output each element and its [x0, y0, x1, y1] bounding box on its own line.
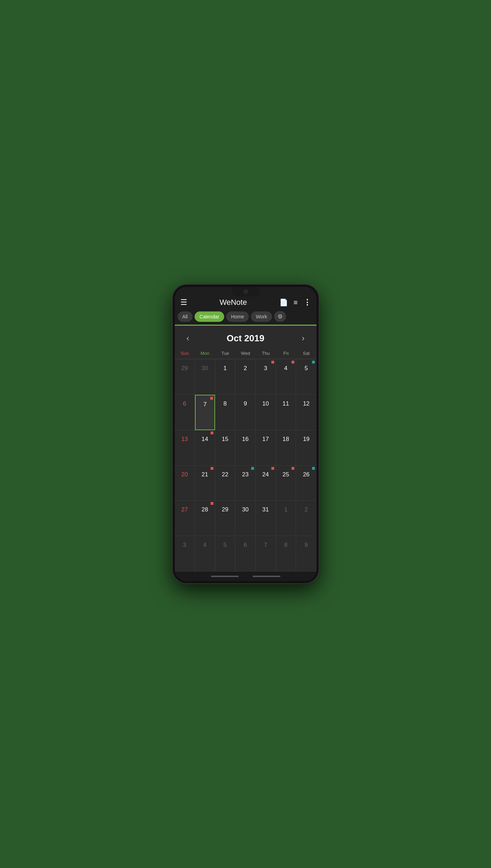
red-dot: [211, 432, 213, 434]
bottom-pill-left: [211, 576, 239, 577]
cell-number: 3: [183, 542, 186, 549]
calendar-cell-2-3[interactable]: 2: [235, 359, 255, 395]
cell-number: 20: [181, 471, 188, 478]
calendar-cell-7-8[interactable]: 7: [195, 395, 215, 430]
top-actions: 📄 ≡ ⋮: [279, 298, 311, 307]
calendar-cell-1-33[interactable]: 1: [276, 501, 296, 536]
cell-dot-row: [271, 467, 274, 470]
calendar-cell-30-1[interactable]: 30: [195, 359, 215, 395]
calendar-cell-29-0[interactable]: 29: [175, 359, 195, 395]
cell-number: 29: [181, 365, 188, 372]
calendar-cell-16-17[interactable]: 16: [235, 430, 255, 466]
calendar-cell-13-14[interactable]: 13: [175, 430, 195, 466]
calendar-cell-24-25[interactable]: 24: [256, 466, 276, 501]
tab-home[interactable]: Home: [226, 311, 249, 322]
calendar-cell-30-31[interactable]: 30: [235, 501, 255, 536]
cell-number: 26: [303, 471, 310, 478]
calendar-cell-7-39[interactable]: 7: [256, 536, 276, 571]
calendar-cell-12-13[interactable]: 12: [296, 395, 316, 430]
cell-dot-row: [211, 467, 213, 470]
next-month-button[interactable]: ›: [298, 332, 308, 344]
cell-number: 29: [222, 506, 228, 513]
phone-screen: ☰ WeNote 📄 ≡ ⋮ All Calendar Home Work ⚙ …: [175, 287, 317, 581]
cell-dot-row: [292, 361, 294, 364]
calendar-cell-5-6[interactable]: 5: [296, 359, 316, 395]
red-dot: [292, 361, 294, 364]
cell-number: 11: [283, 400, 289, 407]
calendar-cell-19-20[interactable]: 19: [296, 430, 316, 466]
cell-number: 30: [202, 365, 208, 372]
day-headers: Sun Mon Tue Wed Thu Fri Sat: [175, 348, 317, 359]
day-header-wed: Wed: [235, 349, 255, 357]
cell-number: 25: [283, 471, 289, 478]
cell-number: 6: [244, 542, 247, 549]
cell-number: 22: [222, 471, 228, 478]
calendar-cell-14-15[interactable]: 14: [195, 430, 215, 466]
calendar-cell-29-30[interactable]: 29: [215, 501, 235, 536]
tab-work[interactable]: Work: [251, 311, 272, 322]
tab-all[interactable]: All: [178, 311, 193, 322]
add-note-button[interactable]: 📄: [279, 298, 288, 307]
calendar-cell-10-11[interactable]: 10: [256, 395, 276, 430]
red-dot: [271, 467, 274, 470]
calendar-cell-3-35[interactable]: 3: [175, 536, 195, 571]
cell-number: 28: [202, 506, 208, 513]
day-header-sun: Sun: [175, 349, 195, 357]
calendar-cell-23-24[interactable]: 23: [235, 466, 255, 501]
calendar-cell-4-5[interactable]: 4: [276, 359, 296, 395]
calendar-cell-26-27[interactable]: 26: [296, 466, 316, 501]
prev-month-button[interactable]: ‹: [183, 332, 193, 344]
cell-number: 24: [262, 471, 269, 478]
calendar-cell-21-22[interactable]: 21: [195, 466, 215, 501]
calendar-cell-28-29[interactable]: 28: [195, 501, 215, 536]
calendar-cell-25-26[interactable]: 25: [276, 466, 296, 501]
cell-number: 6: [183, 400, 186, 407]
cell-number: 7: [203, 401, 206, 408]
calendar-cell-4-36[interactable]: 4: [195, 536, 215, 571]
calendar-cell-9-41[interactable]: 9: [296, 536, 316, 571]
calendar-cell-8-9[interactable]: 8: [215, 395, 235, 430]
cell-number: 31: [262, 506, 269, 513]
hamburger-icon[interactable]: ☰: [180, 298, 187, 307]
day-header-sat: Sat: [296, 349, 316, 357]
tabs-bar: All Calendar Home Work ⚙: [175, 311, 317, 325]
tab-calendar[interactable]: Calendar: [195, 311, 224, 322]
calendar-cell-17-18[interactable]: 17: [256, 430, 276, 466]
more-options-button[interactable]: ⋮: [303, 298, 311, 307]
calendar-cell-1-2[interactable]: 1: [215, 359, 235, 395]
calendar-cell-11-12[interactable]: 11: [276, 395, 296, 430]
red-dot: [292, 467, 294, 470]
tab-settings[interactable]: ⚙: [274, 311, 286, 322]
teal-dot: [312, 467, 315, 470]
cell-dot-row: [312, 467, 315, 470]
calendar-cell-3-4[interactable]: 3: [256, 359, 276, 395]
calendar-cell-22-23[interactable]: 22: [215, 466, 235, 501]
red-dot: [211, 467, 213, 470]
calendar-cell-15-16[interactable]: 15: [215, 430, 235, 466]
list-view-button[interactable]: ≡: [294, 299, 298, 307]
calendar-cell-8-40[interactable]: 8: [276, 536, 296, 571]
calendar-cell-2-34[interactable]: 2: [296, 501, 316, 536]
calendar-cell-5-37[interactable]: 5: [215, 536, 235, 571]
cell-dot-row: [211, 502, 213, 505]
calendar-cell-27-28[interactable]: 27: [175, 501, 195, 536]
cell-dot-row: [211, 432, 213, 434]
teal-dot: [312, 361, 315, 364]
calendar-cell-6-7[interactable]: 6: [175, 395, 195, 430]
cell-number: 30: [242, 506, 249, 513]
calendar-cell-9-10[interactable]: 9: [235, 395, 255, 430]
cell-number: 4: [203, 542, 206, 549]
cell-number: 14: [202, 436, 208, 443]
phone-notch: [232, 287, 260, 297]
calendar-area: ‹ Oct 2019 › Sun Mon Tue Wed Thu Fri Sat…: [175, 326, 317, 571]
cell-number: 5: [223, 542, 227, 549]
calendar-cell-20-21[interactable]: 20: [175, 466, 195, 501]
phone-shell: ☰ WeNote 📄 ≡ ⋮ All Calendar Home Work ⚙ …: [173, 285, 319, 583]
cell-number: 16: [242, 436, 249, 443]
cell-number: 2: [305, 506, 308, 513]
calendar-cell-6-38[interactable]: 6: [235, 536, 255, 571]
cell-dot-row: [271, 361, 274, 364]
calendar-cell-31-32[interactable]: 31: [256, 501, 276, 536]
cell-dot-row: [210, 397, 213, 400]
calendar-cell-18-19[interactable]: 18: [276, 430, 296, 466]
